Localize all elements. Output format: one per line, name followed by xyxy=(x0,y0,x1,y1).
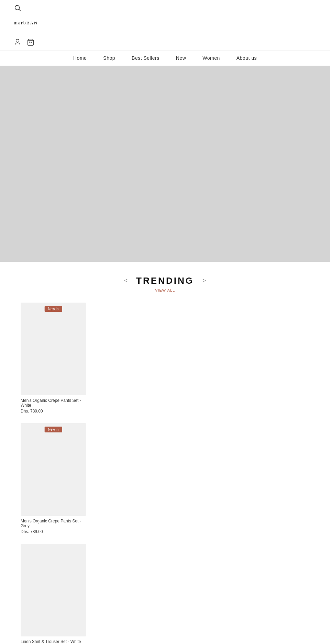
trending-title-row: < TRENDING > xyxy=(0,275,330,286)
product-item: New in Men's Organic Crepe Pants Set - W… xyxy=(21,303,89,414)
product-price-0: Dhs. 789.00 xyxy=(21,409,89,414)
hero-image xyxy=(0,66,330,262)
product-price-1: Dhs. 789.00 xyxy=(21,529,89,534)
product-name-0: Men's Organic Crepe Pants Set - White xyxy=(21,398,89,408)
view-all-link[interactable]: VIEW ALL xyxy=(0,288,330,292)
nav-new[interactable]: New xyxy=(176,55,186,61)
svg-point-0 xyxy=(15,5,20,10)
trending-title: TRENDING xyxy=(136,275,194,286)
trending-next-arrow[interactable]: > xyxy=(202,277,206,285)
logo-text: marb xyxy=(14,20,26,25)
product-image-0[interactable]: New in xyxy=(21,303,86,395)
product-name-2: Linen Shirt & Trouser Set - White xyxy=(21,639,89,644)
product-image-2[interactable] xyxy=(21,544,86,636)
nav-shop[interactable]: Shop xyxy=(103,55,115,61)
product-badge-0: New in xyxy=(45,306,62,312)
header-icons xyxy=(14,35,34,50)
header: marbBAN xyxy=(0,0,330,50)
logo[interactable]: marbBAN xyxy=(14,14,38,35)
product-name-1: Men's Organic Crepe Pants Set - Grey xyxy=(21,519,89,528)
nav-women[interactable]: Women xyxy=(202,55,220,61)
account-icon[interactable] xyxy=(14,38,21,47)
trending-section: < TRENDING > VIEW ALL xyxy=(0,262,330,299)
trending-prev-arrow[interactable]: < xyxy=(124,277,128,285)
main-nav: Home Shop Best Sellers New Women About u… xyxy=(0,50,330,66)
cart-icon[interactable] xyxy=(27,38,34,47)
nav-best-sellers[interactable]: Best Sellers xyxy=(132,55,160,61)
product-image-1[interactable]: New in xyxy=(21,423,86,516)
product-item: Linen Shirt & Trouser Set - White Dhs. 6… xyxy=(21,544,89,644)
svg-line-1 xyxy=(19,9,21,11)
search-icon[interactable] xyxy=(14,0,21,14)
products-list: New in Men's Organic Crepe Pants Set - W… xyxy=(0,299,330,644)
product-badge-1: New in xyxy=(45,427,62,432)
nav-home[interactable]: Home xyxy=(73,55,87,61)
nav-about-us[interactable]: About us xyxy=(236,55,257,61)
logo-superscript: BAN xyxy=(26,20,38,25)
product-item: New in Men's Organic Crepe Pants Set - G… xyxy=(21,423,89,534)
